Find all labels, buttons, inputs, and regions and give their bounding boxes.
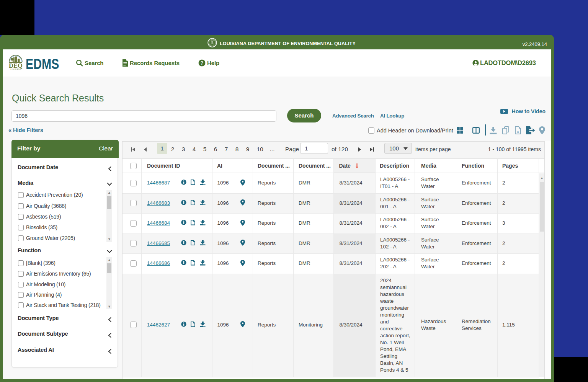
svg-text:x: x [517,130,519,134]
svg-text:?: ? [201,60,204,66]
svg-text:LOUISIANA: LOUISIANA [10,69,21,70]
